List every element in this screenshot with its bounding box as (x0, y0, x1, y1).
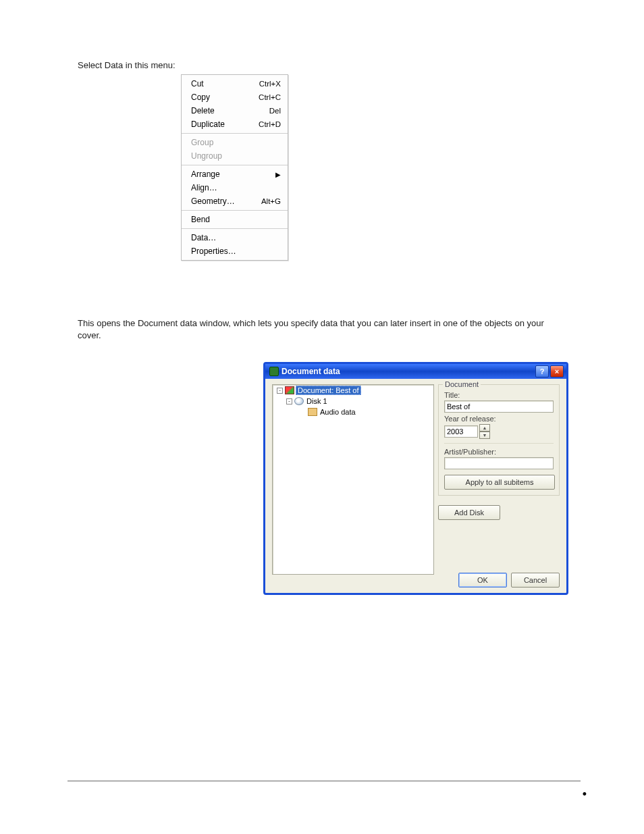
tree-toggle-spacer (300, 409, 306, 415)
menu-item-label: Geometry… (191, 197, 235, 206)
menu-item-arrange[interactable]: Arrange▶ (182, 167, 288, 181)
document-fieldset: Document Title: Year of release: ▲ ▼ Art… (438, 384, 560, 496)
menu-item-label: Data… (191, 233, 216, 242)
menu-shortcut: Del (269, 107, 281, 115)
tree-item-label: Audio data (319, 408, 357, 416)
year-spin-up[interactable]: ▲ (479, 424, 490, 432)
menu-item-duplicate[interactable]: DuplicateCtrl+D (182, 118, 288, 131)
document-data-dialog: Document data ? × -Document: Best of-Dis… (263, 362, 568, 595)
artist-input[interactable] (444, 457, 554, 469)
menu-item-label: Arrange (191, 170, 220, 179)
close-button[interactable]: × (550, 365, 564, 377)
menu-shortcut: Ctrl+C (259, 93, 281, 101)
menu-item-align[interactable]: Align… (182, 181, 288, 194)
year-spin-down[interactable]: ▼ (479, 432, 490, 439)
tree-item[interactable]: Audio data (273, 407, 433, 417)
document-tree[interactable]: -Document: Best of-Disk 1Audio data (272, 384, 434, 575)
cancel-button[interactable]: Cancel (511, 573, 560, 588)
submenu-arrow-icon: ▶ (275, 171, 281, 178)
menu-item-label: Delete (191, 106, 215, 115)
menu-item-geometry[interactable]: Geometry…Alt+G (182, 194, 288, 208)
audio-icon (308, 408, 317, 416)
doc-icon (285, 386, 294, 394)
tree-collapse-icon[interactable]: - (286, 398, 292, 405)
menu-shortcut: Ctrl+D (259, 120, 281, 128)
tree-collapse-icon[interactable]: - (277, 388, 283, 394)
paragraph-select-data: Select Data in this menu: (78, 59, 280, 72)
menu-shortcut: Alt+G (261, 197, 281, 205)
separator (444, 443, 554, 444)
menu-item-copy[interactable]: CopyCtrl+C (182, 90, 288, 104)
menu-item-group: Group (182, 136, 288, 149)
dialog-title: Document data (281, 367, 340, 376)
year-label: Year of release: (444, 415, 554, 423)
context-menu: CutCtrl+XCopyCtrl+CDeleteDelDuplicateCtr… (181, 74, 288, 261)
footer-rule (68, 781, 581, 781)
menu-item-label: Ungroup (191, 151, 222, 161)
help-button[interactable]: ? (535, 365, 549, 377)
menu-shortcut: Ctrl+X (259, 80, 281, 88)
dialog-app-icon (269, 367, 279, 376)
tree-item[interactable]: -Document: Best of (273, 385, 433, 396)
paragraph-document-data-desc: This opens the Document data window, whi… (78, 317, 564, 341)
menu-item-label: Copy (191, 93, 210, 102)
year-input[interactable] (444, 425, 478, 438)
title-input[interactable] (444, 400, 554, 413)
dialog-titlebar[interactable]: Document data ? × (265, 364, 566, 379)
menu-item-delete[interactable]: DeleteDel (182, 104, 288, 118)
menu-item-ungroup: Ungroup (182, 149, 288, 163)
menu-item-label: Group (191, 138, 213, 147)
menu-item-label: Cut (191, 79, 204, 88)
menu-item-label: Duplicate (191, 120, 225, 129)
menu-item-label: Properties… (191, 246, 236, 256)
menu-item-label: Align… (191, 183, 217, 192)
apply-to-subitems-button[interactable]: Apply to all subitems (444, 475, 555, 490)
footer-bullet-icon: • (583, 787, 587, 802)
tree-item[interactable]: -Disk 1 (273, 396, 433, 407)
disk-icon (294, 397, 304, 405)
tree-item-label: Disk 1 (305, 397, 329, 405)
menu-item-label: Bend (191, 215, 210, 224)
menu-item-properties[interactable]: Properties… (182, 244, 288, 258)
add-disk-button[interactable]: Add Disk (438, 505, 500, 520)
fieldset-legend: Document (443, 380, 481, 388)
menu-item-data[interactable]: Data… (182, 231, 288, 244)
menu-item-cut[interactable]: CutCtrl+X (182, 77, 288, 90)
menu-item-bend[interactable]: Bend (182, 213, 288, 226)
tree-item-label: Document: Best of (296, 386, 361, 395)
artist-label: Artist/Publisher: (444, 448, 554, 456)
title-label: Title: (444, 391, 554, 399)
ok-button[interactable]: OK (458, 573, 507, 588)
